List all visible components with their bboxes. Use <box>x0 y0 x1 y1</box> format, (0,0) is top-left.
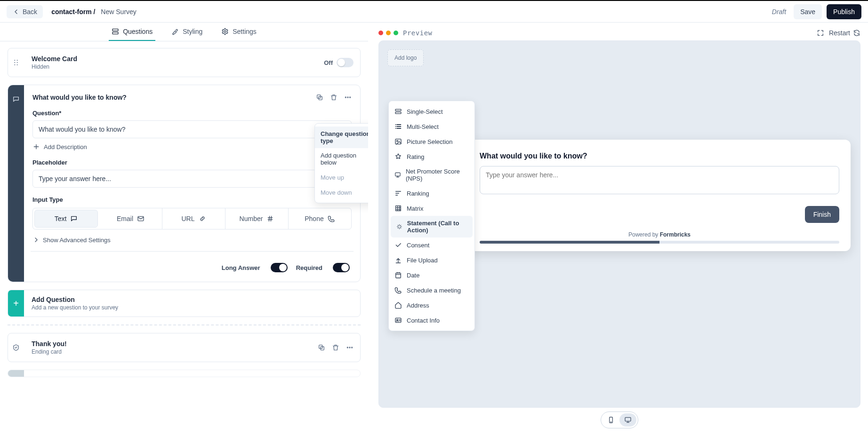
input-type-number[interactable]: Number <box>225 208 289 229</box>
list-icon <box>394 123 402 130</box>
type-schedule-meeting[interactable]: Schedule a meeting <box>389 283 474 298</box>
fullscreen-icon[interactable] <box>817 29 824 37</box>
device-mobile[interactable] <box>603 413 619 427</box>
thankyou-title: Thank you! <box>32 340 353 348</box>
more-icon[interactable] <box>344 94 352 101</box>
svg-point-13 <box>352 347 353 348</box>
svg-rect-18 <box>395 173 400 176</box>
svg-point-5 <box>345 97 346 98</box>
show-advanced-button[interactable]: Show Advanced Settings <box>32 236 352 244</box>
link-icon <box>199 215 206 222</box>
svg-point-7 <box>350 97 351 98</box>
type-single-select[interactable]: Single-Select <box>389 104 474 119</box>
restart-button[interactable]: Restart <box>829 29 860 37</box>
bars-icon <box>394 190 402 197</box>
tab-questions[interactable]: Questions <box>109 23 155 41</box>
grab-icon[interactable] <box>8 48 24 77</box>
trash-icon[interactable] <box>332 344 339 351</box>
chevron-right-icon <box>32 236 40 244</box>
add-question-title: Add Question <box>32 296 118 303</box>
svg-point-12 <box>349 347 350 348</box>
menu-add-question-below[interactable]: Add question below <box>315 148 368 170</box>
welcome-toggle-label: Off <box>324 59 333 66</box>
duplicate-icon[interactable] <box>318 344 325 351</box>
breadcrumb: contact-form / New Survey <box>51 8 137 16</box>
type-matrix[interactable]: Matrix <box>389 201 474 216</box>
svg-point-6 <box>347 97 348 98</box>
menu-move-up[interactable]: Move up <box>315 170 368 185</box>
type-picture-selection[interactable]: Picture Selection <box>389 134 474 149</box>
duplicate-icon[interactable] <box>316 94 323 101</box>
gear-icon <box>221 28 229 35</box>
message-icon <box>12 95 20 103</box>
dashed-divider <box>8 324 361 325</box>
rows-icon <box>394 108 402 115</box>
phone-icon <box>394 286 402 294</box>
sparkle-icon <box>396 223 402 230</box>
grid-icon <box>394 205 402 212</box>
publish-button[interactable]: Publish <box>827 4 861 19</box>
editor-tabs: Questions Styling Settings <box>0 23 368 41</box>
back-button[interactable]: Back <box>7 5 43 18</box>
svg-rect-14 <box>395 109 401 111</box>
menu-move-down[interactable]: Move down <box>315 185 368 200</box>
trash-icon[interactable] <box>330 94 338 101</box>
add-logo-button[interactable]: Add logo <box>387 49 424 66</box>
type-rating[interactable]: Rating <box>389 149 474 164</box>
star-icon <box>394 153 402 160</box>
type-date[interactable]: Date <box>389 268 474 283</box>
type-multi-select[interactable]: Multi-Select <box>389 119 474 134</box>
input-type-email[interactable]: Email <box>99 208 162 229</box>
add-question-card[interactable]: + Add Question Add a new question to you… <box>8 290 361 317</box>
svg-point-17 <box>397 140 398 142</box>
save-button[interactable]: Save <box>794 4 822 19</box>
survey-answer-input[interactable] <box>480 166 839 194</box>
question-type-indicator[interactable] <box>8 85 24 282</box>
text-icon <box>70 215 78 222</box>
add-description-button[interactable]: Add Description <box>32 143 352 150</box>
progress-bar <box>480 241 839 244</box>
brush-icon <box>171 28 179 35</box>
menu-change-question-type[interactable]: Change question type <box>315 127 368 148</box>
placeholder-input[interactable] <box>32 170 352 188</box>
finish-button[interactable]: Finish <box>805 206 839 223</box>
type-consent[interactable]: Consent <box>389 237 474 253</box>
type-nps[interactable]: Net Promoter Score (NPS) <box>389 164 474 186</box>
thankyou-sub: Ending card <box>32 348 353 355</box>
tab-styling-label: Styling <box>183 28 202 35</box>
tab-settings[interactable]: Settings <box>218 23 259 41</box>
desktop-icon <box>624 416 632 424</box>
powered-by[interactable]: Powered by Formbricks <box>480 231 839 238</box>
upload-icon <box>394 256 402 264</box>
required-toggle[interactable] <box>333 263 350 272</box>
question-headline: What would you like to know? <box>32 94 127 101</box>
question-card: What would you like to know? Question* A… <box>8 85 361 282</box>
more-icon[interactable] <box>346 344 354 351</box>
tab-styling[interactable]: Styling <box>169 23 205 41</box>
type-contact-info[interactable]: Contact Info <box>389 313 474 328</box>
image-icon <box>394 138 402 145</box>
question-type-submenu: Single-Select Multi-Select Picture Selec… <box>388 101 475 331</box>
type-statement[interactable]: Statement (Call to Action) <box>391 216 473 237</box>
type-ranking[interactable]: Ranking <box>389 186 474 201</box>
input-type-phone[interactable]: Phone <box>289 208 351 229</box>
input-type-url[interactable]: URL <box>162 208 225 229</box>
partial-card <box>8 370 361 377</box>
thankyou-card[interactable]: Thank you! Ending card <box>8 333 361 362</box>
mail-icon <box>137 215 145 222</box>
tab-settings-label: Settings <box>233 28 257 35</box>
welcome-toggle[interactable] <box>337 58 354 67</box>
type-file-upload[interactable]: File Upload <box>389 253 474 268</box>
monitor-icon <box>394 171 401 179</box>
traffic-lights <box>378 31 398 35</box>
divider <box>31 251 354 252</box>
type-address[interactable]: Address <box>389 298 474 313</box>
rows-icon <box>112 28 119 35</box>
add-description-label: Add Description <box>44 143 87 150</box>
welcome-card[interactable]: Welcome Card Hidden Off <box>8 48 361 77</box>
long-answer-toggle[interactable] <box>271 263 288 272</box>
question-input[interactable] <box>32 120 352 138</box>
device-desktop[interactable] <box>619 413 636 427</box>
input-type-text[interactable]: Text <box>34 210 98 228</box>
welcome-sub: Hidden <box>32 63 353 70</box>
